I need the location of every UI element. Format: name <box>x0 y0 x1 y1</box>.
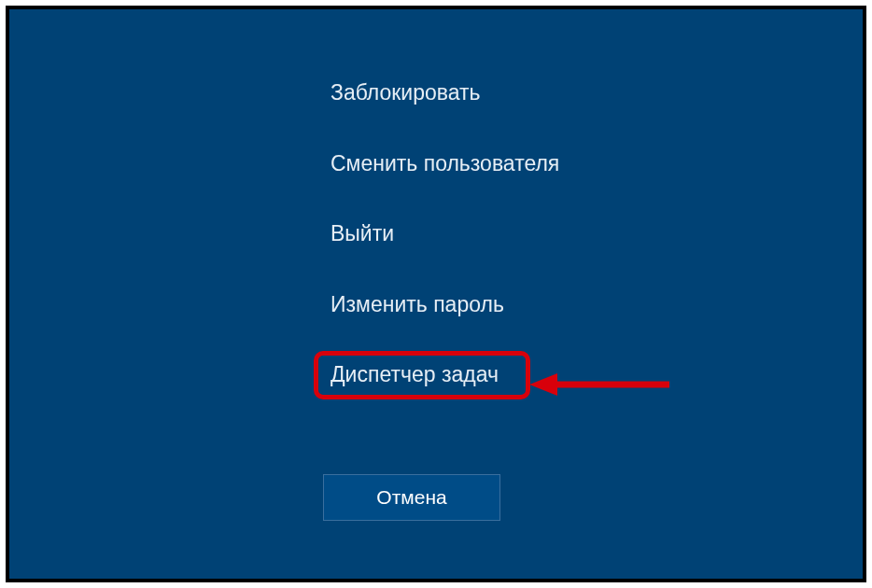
cancel-button[interactable]: Отмена <box>323 474 500 521</box>
lock-option[interactable]: Заблокировать <box>323 73 569 114</box>
switch-user-option[interactable]: Сменить пользователя <box>323 144 569 185</box>
task-manager-option[interactable]: Диспетчер задач <box>323 355 569 396</box>
security-options-menu: Заблокировать Сменить пользователя Выйти… <box>323 73 569 396</box>
sign-out-option[interactable]: Выйти <box>323 214 569 255</box>
task-manager-highlight-wrapper: Диспетчер задач <box>323 355 569 396</box>
security-options-screen: Заблокировать Сменить пользователя Выйти… <box>6 6 866 582</box>
change-password-option[interactable]: Изменить пароль <box>323 285 569 326</box>
